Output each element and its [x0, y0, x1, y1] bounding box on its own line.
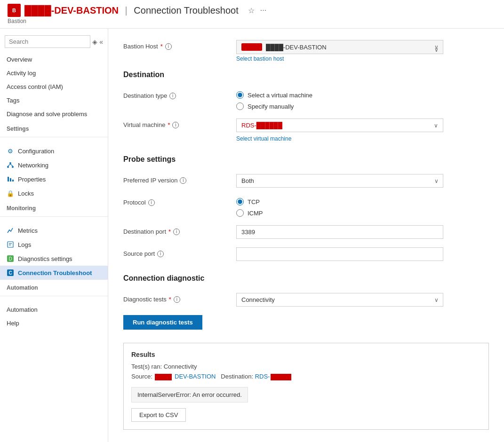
sidebar-item-access-control[interactable]: Access control (IAM) [0, 80, 108, 94]
destination-type-label: Destination type i [123, 89, 227, 99]
search-collapse-icon[interactable]: « [99, 38, 103, 46]
diagnostic-tests-row: Diagnostic tests * i Connectivity [123, 293, 489, 307]
svg-point-1 [7, 166, 9, 168]
sidebar-item-connection-troubleshoot[interactable]: C Connection Troubleshoot [0, 266, 108, 280]
diagnostic-tests-select[interactable]: Connectivity [236, 293, 443, 307]
connection-diagnostic-title: Connection diagnostic [123, 274, 489, 285]
radio-specify-manually[interactable]: Specify manually [236, 103, 443, 110]
locks-icon: 🔒 [7, 189, 14, 197]
svg-line-4 [10, 164, 13, 166]
bastion-host-select[interactable]: ████-DEV-BASTION ∨ [236, 40, 443, 54]
export-csv-button[interactable]: Export to CSV [131, 408, 186, 422]
destination-section: Destination Destination type i Select a … [123, 71, 489, 142]
preferred-ip-row: Preferred IP version i Both [123, 174, 489, 188]
radio-select-vm-input[interactable] [236, 91, 244, 99]
protocol-label: Protocol i [123, 196, 227, 206]
radio-tcp-input[interactable] [236, 198, 244, 205]
settings-section-label: Settings [0, 121, 108, 134]
automation-section-label: Automation [0, 280, 108, 293]
connection-diagnostic-section: Connection diagnostic Diagnostic tests *… [123, 274, 489, 330]
source-port-label: Source port i [123, 247, 227, 257]
sidebar-item-logs[interactable]: Logs [0, 237, 108, 252]
sidebar-item-activity-log[interactable]: Activity log [0, 66, 108, 80]
destination-type-info-icon[interactable]: i [169, 93, 176, 99]
main-layout: ◈ « Overview Activity log Access control… [0, 29, 504, 442]
svg-line-3 [8, 164, 10, 166]
svg-rect-5 [8, 177, 9, 182]
bastion-host-hint[interactable]: Select bastion host [236, 55, 443, 62]
activity-log-label: Activity log [7, 70, 36, 77]
source-port-input[interactable] [236, 247, 443, 261]
access-control-label: Access control (IAM) [7, 83, 63, 90]
radio-tcp[interactable]: TCP [236, 198, 443, 205]
favorite-icon[interactable]: ☆ [248, 6, 255, 15]
bastion-host-value: ████-DEV-BASTION [266, 44, 327, 51]
svg-rect-6 [10, 178, 11, 182]
virtual-machine-row: Virtual machine * i RDS-██████ Select vi… [123, 118, 489, 142]
sidebar-item-locks[interactable]: 🔒 Locks [0, 186, 108, 200]
run-diagnostic-tests-button[interactable]: Run diagnostic tests [123, 315, 202, 330]
bastion-host-row: Bastion Host * i ████-DEV-BASTION ∨ Sele… [123, 40, 489, 62]
configuration-label: Configuration [18, 148, 54, 155]
destination-red-block [271, 374, 291, 380]
destination-vm-value: RDS- [255, 373, 292, 380]
svg-point-2 [12, 166, 14, 168]
resource-name: ████-DEV-BASTION | Connection Troublesho… [24, 5, 239, 16]
virtual-machine-label: Virtual machine * i [123, 118, 227, 128]
resource-icon: B [8, 4, 21, 17]
run-button-container: Run diagnostic tests [123, 315, 489, 330]
sidebar-item-automation[interactable]: Automation [0, 303, 108, 316]
source-red-block [155, 374, 172, 380]
destination-type-control: Select a virtual machine Specify manuall… [236, 89, 443, 110]
sidebar-item-tags[interactable]: Tags [0, 94, 108, 107]
destination-port-info-icon[interactable]: i [173, 229, 180, 235]
protocol-info-icon[interactable]: i [148, 199, 155, 206]
protocol-row: Protocol i TCP ICMP [123, 196, 489, 217]
source-label: Source: [131, 373, 152, 380]
preferred-ip-select[interactable]: Both [236, 174, 443, 188]
sidebar-item-diagnostics-settings[interactable]: D Diagnostics settings [0, 252, 108, 266]
source-port-info-icon[interactable]: i [157, 251, 164, 257]
sidebar-item-networking[interactable]: Networking [0, 158, 108, 172]
more-options-icon[interactable]: ··· [260, 6, 266, 15]
radio-select-vm[interactable]: Select a virtual machine [236, 91, 443, 99]
bastion-host-label: Bastion Host * i [123, 40, 227, 50]
source-port-control [236, 247, 443, 261]
search-input[interactable] [5, 35, 90, 48]
source-destination-row: Source: DEV-BASTION Destination: RDS- [131, 373, 481, 380]
results-title: Results [131, 351, 481, 358]
svg-rect-8 [8, 242, 13, 247]
sidebar-item-help[interactable]: Help [0, 316, 108, 330]
diagnostic-tests-info-icon[interactable]: i [174, 296, 180, 303]
preferred-ip-info-icon[interactable]: i [180, 177, 186, 184]
sidebar-item-properties[interactable]: Properties [0, 172, 108, 186]
radio-icmp-input[interactable] [236, 209, 244, 217]
bastion-host-info-icon[interactable]: i [165, 43, 172, 50]
destination-port-control [236, 225, 443, 239]
properties-label: Properties [18, 176, 46, 183]
radio-specify-manually-input[interactable] [236, 103, 244, 110]
search-filter-icon[interactable]: ◈ [92, 38, 97, 46]
sidebar-item-metrics[interactable]: Metrics [0, 223, 108, 237]
virtual-machine-control: RDS-██████ Select virtual machine [236, 118, 443, 142]
destination-port-input[interactable] [236, 225, 443, 239]
diagnostics-settings-icon: D [7, 255, 14, 262]
virtual-machine-select[interactable]: RDS-██████ [236, 118, 443, 132]
sidebar-item-overview[interactable]: Overview [0, 53, 108, 66]
destination-port-label: Destination port * i [123, 225, 227, 235]
sidebar-item-diagnose[interactable]: Diagnose and solve problems [0, 107, 108, 121]
help-label: Help [7, 320, 19, 327]
metrics-icon [7, 227, 14, 234]
tests-ran-value: Connectivity [164, 363, 197, 370]
destination-port-row: Destination port * i [123, 225, 489, 239]
error-message: InternalServerError: An error occurred. [131, 387, 248, 403]
virtual-machine-hint[interactable]: Select virtual machine [236, 135, 443, 142]
source-link[interactable]: DEV-BASTION [175, 373, 216, 380]
connection-troubleshoot-label: Connection Troubleshoot [18, 269, 92, 276]
properties-icon [7, 175, 14, 183]
sidebar-item-configuration[interactable]: ⚙ Configuration [0, 144, 108, 158]
virtual-machine-info-icon[interactable]: i [172, 122, 179, 128]
svg-point-0 [9, 162, 11, 164]
radio-icmp[interactable]: ICMP [236, 209, 443, 217]
sidebar: ◈ « Overview Activity log Access control… [0, 29, 108, 442]
